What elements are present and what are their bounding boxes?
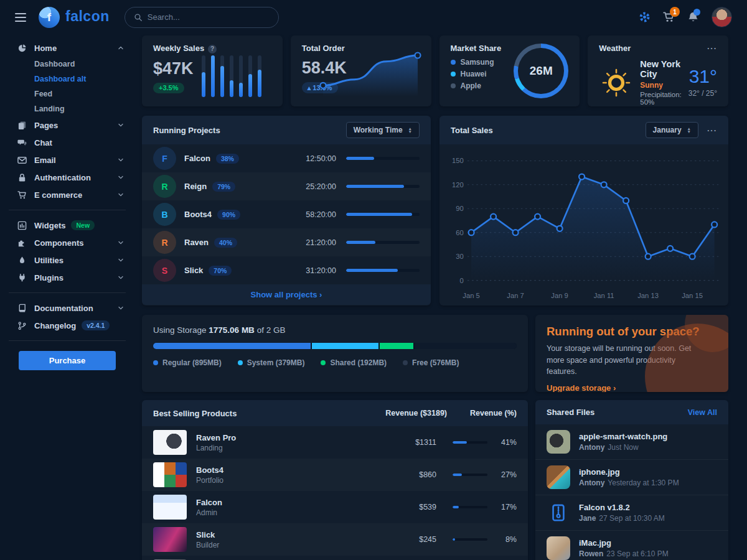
- shared-files-list: apple-smart-watch.pngAntonyJust Nowiphon…: [535, 424, 728, 560]
- storage-legend-item: Regular (895MB): [153, 358, 222, 367]
- weekly-sales-badge: +3.5%: [153, 83, 184, 93]
- project-progress-bar: [346, 185, 420, 188]
- sidebar-subitem-dashboard-alt[interactable]: Dashboard alt: [0, 72, 134, 86]
- total-order-card: Total Order 58.4K ▴ 13.6%: [291, 35, 431, 106]
- shopping-cart-icon[interactable]: 1: [663, 11, 675, 23]
- bar: [220, 66, 224, 97]
- weather-condition: Sunny: [640, 81, 682, 90]
- project-row-boots4[interactable]: BBoots490%58:20:00: [142, 200, 431, 228]
- best-selling-title: Best Selling Products: [153, 409, 237, 418]
- project-progress-bar: [346, 269, 420, 272]
- plugins-icon: [17, 273, 28, 282]
- legend-dot: [153, 360, 158, 365]
- settings-gear-icon[interactable]: [639, 11, 651, 23]
- project-row-raven[interactable]: RRaven40%21:20:00: [142, 228, 431, 256]
- sidebar-item-components[interactable]: Components: [0, 234, 134, 251]
- notifications-bell-icon[interactable]: [687, 11, 699, 23]
- product-name: Boots4: [196, 465, 223, 475]
- project-row-slick[interactable]: SSlick70%31:20:00: [142, 256, 431, 284]
- sidebar-badge: v2.4.1: [82, 320, 110, 330]
- sidebar: HomeDashboardDashboard altFeedLandingPag…: [0, 34, 134, 560]
- project-time: 21:20:00: [296, 238, 336, 247]
- product-row-falcon[interactable]: FalconAdmin$53917%: [142, 491, 528, 523]
- revenue-column-header: Revenue ($3189): [354, 409, 447, 418]
- svg-text:Jan 7: Jan 7: [507, 292, 524, 299]
- sidebar-subitem-feed[interactable]: Feed: [0, 86, 134, 101]
- show-all-projects-link[interactable]: Show all projects ›: [142, 284, 431, 305]
- bar: [258, 70, 261, 97]
- sidebar-item-plugins[interactable]: Plugins: [0, 269, 134, 286]
- search-icon: [134, 13, 143, 22]
- hamburger-menu-icon[interactable]: [14, 11, 27, 24]
- total-sales-title: Total Sales: [451, 126, 493, 135]
- market-share-center-value: 26M: [530, 64, 553, 78]
- falcon-logo-icon: f: [39, 7, 60, 28]
- project-avatar: B: [153, 203, 176, 226]
- sidebar-subitem-dashboard[interactable]: Dashboard: [0, 57, 134, 72]
- product-revenue-pct: 8%: [497, 535, 517, 544]
- sidebar-item-widgets[interactable]: WidgetsNew: [0, 217, 134, 234]
- chevron-up-icon: [117, 44, 125, 52]
- sidebar-item-chat[interactable]: Chat: [0, 134, 134, 151]
- project-name: Raven: [184, 238, 209, 247]
- weekly-sales-title: Weekly Sales: [153, 44, 204, 53]
- storage-progress-bar: [153, 343, 517, 349]
- sidebar-item-home[interactable]: Home: [0, 39, 134, 57]
- legend-dot: [451, 83, 456, 88]
- product-revenue-bar: [453, 538, 487, 541]
- market-share-title: Market Share: [451, 44, 502, 53]
- product-revenue-bar: [453, 474, 487, 476]
- sidebar-item-utilities[interactable]: Utilities: [0, 251, 134, 269]
- upgrade-storage-link[interactable]: Upgrade storage ›: [547, 383, 616, 393]
- project-row-reign[interactable]: RReign79%25:20:00: [142, 172, 431, 200]
- bar: [230, 80, 233, 97]
- svg-text:Jan 13: Jan 13: [637, 292, 659, 299]
- product-name: Raven Pro: [196, 433, 236, 442]
- sidebar-item-email[interactable]: Email: [0, 151, 134, 169]
- search-box[interactable]: [125, 7, 279, 28]
- file-row-iphone-jpg[interactable]: iphone.jpgAntonyYesterday at 1:30 PM: [535, 459, 728, 495]
- sidebar-item-documentation[interactable]: Documentation: [0, 299, 134, 317]
- sidebar-divider: [9, 210, 126, 210]
- svg-text:Jan 11: Jan 11: [594, 292, 614, 299]
- file-row-apple-smart-watch-png[interactable]: apple-smart-watch.pngAntonyJust Now: [535, 424, 728, 459]
- working-time-select[interactable]: Working Time ▲▼: [346, 122, 420, 138]
- view-all-link[interactable]: View All: [688, 408, 717, 417]
- purchase-button[interactable]: Purchase: [19, 351, 116, 370]
- top-navbar: f falcon 1: [0, 0, 747, 34]
- project-row-falcon[interactable]: FFalcon38%12:50:00: [142, 144, 431, 172]
- sidebar-item-e-commerce[interactable]: E commerce: [0, 186, 134, 203]
- file-meta: Rowen23 Sep at 6:10 PM: [579, 549, 669, 558]
- product-row-slick[interactable]: SlickBuilder$2458%: [142, 523, 528, 556]
- product-row-boots4[interactable]: Boots4Portfolio$86027%: [142, 459, 528, 491]
- select-arrows-icon: ▲▼: [408, 127, 412, 133]
- svg-text:90: 90: [456, 205, 464, 212]
- project-name: Boots4: [184, 210, 212, 219]
- file-row-imac-jpg[interactable]: iMac.jpgRowen23 Sep at 6:10 PM: [535, 530, 728, 560]
- brand-logo[interactable]: f falcon: [39, 7, 110, 28]
- month-select[interactable]: January ▲▼: [646, 122, 698, 138]
- product-row-raven-pro[interactable]: Raven ProLanding$131141%: [142, 426, 528, 459]
- storage-legend-item: System (379MB): [238, 358, 305, 367]
- project-progress-bar: [346, 157, 420, 160]
- project-percent-badge: 40%: [214, 238, 237, 248]
- lock-icon: [17, 173, 28, 182]
- sidebar-item-authentication[interactable]: Authentication: [0, 169, 134, 186]
- sidebar-subitem-landing[interactable]: Landing: [0, 101, 134, 116]
- project-progress-bar: [346, 213, 420, 216]
- product-row-reign-pro[interactable]: Reign ProAgency$2347%: [142, 556, 528, 560]
- info-icon[interactable]: ?: [208, 45, 217, 54]
- running-projects-panel: Running Projects Working Time ▲▼ FFalcon…: [142, 116, 431, 306]
- file-row-falcon-v1-8-2[interactable]: Falcon v1.8.2Jane27 Sep at 10:30 AM: [535, 495, 728, 530]
- bar-track: [239, 55, 243, 97]
- sidebar-item-changelog[interactable]: Changelogv2.4.1: [0, 317, 134, 334]
- chevron-down-icon: [117, 191, 125, 198]
- bar: [211, 55, 215, 97]
- total-sales-menu-icon[interactable]: ···: [707, 126, 717, 135]
- search-input[interactable]: [148, 12, 270, 22]
- user-avatar[interactable]: [712, 7, 732, 27]
- sidebar-item-label: Components: [34, 238, 83, 248]
- sidebar-item-pages[interactable]: Pages: [0, 116, 134, 134]
- project-avatar: R: [153, 231, 176, 254]
- weather-menu-icon[interactable]: ···: [707, 44, 717, 53]
